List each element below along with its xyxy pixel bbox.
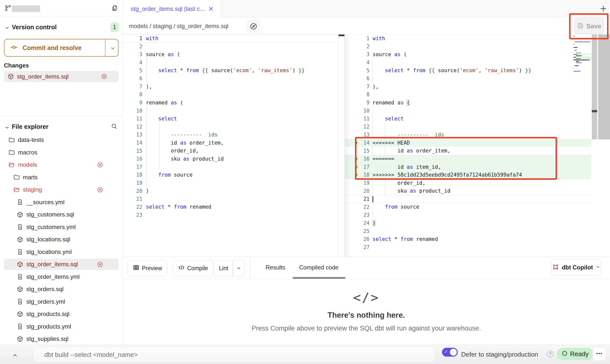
code-line-18: 18 from source — [122, 171, 338, 179]
lineage-compass-button[interactable] — [247, 20, 260, 33]
code-text: ) — [373, 219, 376, 227]
editor-scrollbar-thumb[interactable] — [339, 34, 344, 36]
close-tab-icon[interactable]: ✕ — [208, 6, 214, 12]
chevron-down-icon[interactable] — [110, 45, 116, 52]
model-cube-icon — [17, 336, 23, 342]
minimap-scrollbar[interactable] — [592, 34, 597, 139]
file-item-stg_orders.sql[interactable]: stg_orders.sql — [0, 283, 122, 296]
dbt-copilot-button[interactable]: dbt Copilot — [551, 259, 601, 276]
minimap[interactable] — [574, 35, 591, 73]
file-item-stg_locations.yml[interactable]: stg_locations.yml — [0, 246, 122, 258]
code-line-21: 21 — [122, 195, 338, 203]
discard-changes-icon[interactable] — [97, 261, 103, 268]
line-number: 6 — [122, 76, 144, 82]
discard-changes-icon[interactable] — [97, 162, 103, 169]
scrollbar-thumb[interactable] — [592, 110, 597, 112]
line-number: 22 — [122, 204, 144, 210]
file-item-data-tests[interactable]: data-tests — [0, 134, 122, 146]
file-item-stg_products.sql[interactable]: stg_products.sql — [0, 308, 122, 320]
code-line-3: 3source as ( — [345, 50, 591, 59]
code-line-16: +16======= — [345, 155, 591, 163]
folder-open-icon — [8, 162, 15, 168]
code-line-23: 23 — [122, 211, 338, 219]
code-line-23: 23 — [345, 211, 591, 219]
line-number: 19 — [360, 180, 371, 186]
line-number: 11 — [360, 116, 371, 122]
file-item-staging[interactable]: staging — [0, 183, 122, 196]
changed-file-row[interactable]: stg_order_items.sql — [4, 71, 119, 82]
help-icon[interactable]: ? — [547, 351, 554, 357]
search-icon[interactable] — [111, 123, 118, 131]
file-item-stg_orders.yml[interactable]: stg_orders.yml — [0, 296, 122, 308]
doc-icon — [17, 323, 23, 330]
line-number: 10 — [360, 108, 371, 114]
line-number: 15 — [122, 148, 144, 154]
file-item-stg_supplies.sql[interactable]: stg_supplies.sql — [0, 333, 122, 345]
discard-changes-icon[interactable] — [97, 187, 103, 194]
file-explorer-title[interactable]: File explorer — [12, 123, 49, 130]
file-name: stg_products.yml — [26, 323, 71, 330]
more-options-button[interactable]: ••• — [592, 347, 607, 361]
lint-label[interactable]: Lint — [214, 265, 233, 272]
tab-results[interactable]: Results — [266, 264, 285, 271]
file-item-stg_customers.sql[interactable]: stg_customers.sql — [0, 208, 122, 221]
file-item-models[interactable]: models — [0, 159, 122, 171]
file-name: stg_order_items.sql — [26, 261, 78, 268]
code-text: from source — [146, 171, 193, 179]
new-tab-icon[interactable] — [599, 4, 608, 14]
file-item-marts[interactable]: marts — [0, 171, 122, 184]
code-text: id as order_item, — [373, 147, 450, 155]
line-number: 1 — [122, 35, 144, 41]
defer-toggle[interactable]: ✓ — [442, 348, 458, 357]
code-editor-current[interactable]: 1with23source as (45 select * from {{ so… — [122, 34, 338, 219]
tab-compiled-code[interactable]: Compiled code — [299, 264, 339, 271]
save-button[interactable]: Save — [574, 18, 604, 34]
version-control-title[interactable]: Version control — [12, 24, 57, 31]
compile-button[interactable]: Compile — [173, 260, 213, 276]
file-name: __sources.yml — [26, 199, 65, 206]
line-number: 13 — [360, 132, 371, 138]
file-item-stg_order_items.sql[interactable]: stg_order_items.sql — [0, 258, 122, 271]
line-number: 16 — [360, 156, 371, 162]
command-placeholder: dbt build --select <model_name> — [44, 351, 138, 359]
file-item-stg_locations.sql[interactable]: stg_locations.sql — [0, 233, 122, 246]
status-ready-badge[interactable]: Ready — [557, 348, 593, 360]
chevron-down-icon[interactable] — [4, 25, 10, 32]
save-icon — [577, 22, 584, 30]
toggle-knob — [450, 349, 457, 356]
git-branch-icon[interactable] — [4, 4, 12, 12]
line-number: 9 — [122, 100, 144, 106]
line-number: 5 — [360, 68, 371, 74]
code-icon — [178, 264, 185, 272]
preview-button[interactable]: Preview — [128, 260, 167, 276]
model-cube-icon — [17, 286, 23, 293]
file-name: stg_customers.sql — [26, 211, 74, 218]
file-name: stg_orders.yml — [26, 298, 65, 305]
code-line-15: 15 id as order_item, — [345, 147, 591, 155]
code-text: source as ( — [146, 50, 180, 59]
code-editor-incoming[interactable]: 1with23source as (45 select * from {{ so… — [345, 34, 591, 251]
code-text: select — [146, 115, 177, 123]
code-line-19: 19 order_id, — [345, 179, 591, 187]
code-text: >>>>>>> 58c1dd23d5eebd9cd2495fa7124ab61b… — [373, 171, 522, 179]
discard-changes-icon[interactable] — [101, 73, 107, 81]
chevron-down-icon[interactable] — [4, 125, 10, 131]
line-number: 22 — [360, 204, 371, 210]
lint-button[interactable]: Lint — [213, 260, 245, 276]
commit-and-resolve-button[interactable]: Commit and resolve — [4, 39, 119, 57]
copy-files-icon[interactable] — [111, 4, 119, 12]
code-text: ---------- ids — [146, 131, 218, 139]
code-text: with — [373, 34, 385, 43]
tab-stg-order-items[interactable]: stg_order_items.sql (last c... ✕ — [122, 0, 221, 17]
file-item-macros[interactable]: macros — [0, 146, 122, 159]
file-item-stg_products.yml[interactable]: stg_products.yml — [0, 320, 122, 333]
file-item-stg_order_items.yml[interactable]: stg_order_items.yml — [0, 271, 122, 283]
editor-scrollbar[interactable] — [598, 34, 610, 139]
chevron-down-icon[interactable] — [233, 265, 244, 271]
collapse-panel-icon[interactable] — [11, 352, 19, 360]
breadcrumb[interactable]: models / staging / stg_order_items.sql — [129, 23, 228, 30]
file-item-__sources.yml[interactable]: __sources.yml — [0, 196, 122, 209]
file-item-stg_customers.yml[interactable]: stg_customers.yml — [0, 221, 122, 233]
doc-icon — [17, 298, 23, 305]
code-line-12: 12 — [122, 123, 338, 131]
